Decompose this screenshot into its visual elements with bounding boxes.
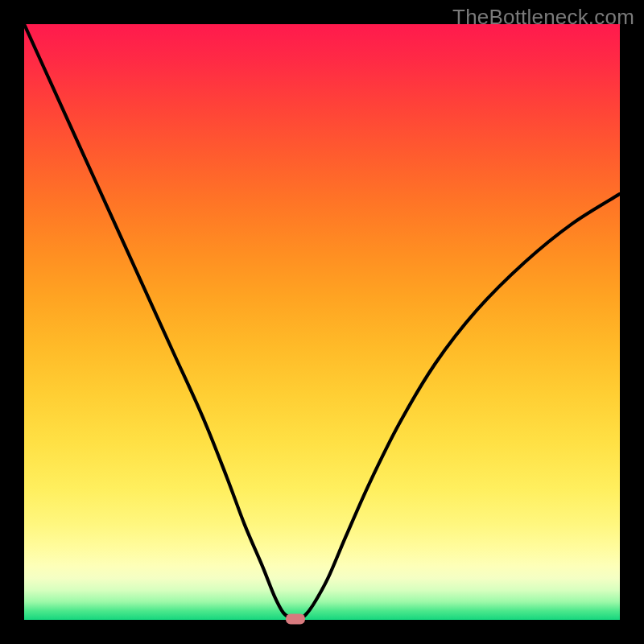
watermark-text: TheBottleneck.com: [452, 5, 634, 30]
plot-area: [24, 24, 620, 620]
chart-container: TheBottleneck.com: [0, 0, 644, 644]
curve-svg: [24, 24, 620, 620]
minimum-marker: [286, 613, 305, 624]
bottleneck-curve: [24, 24, 620, 620]
